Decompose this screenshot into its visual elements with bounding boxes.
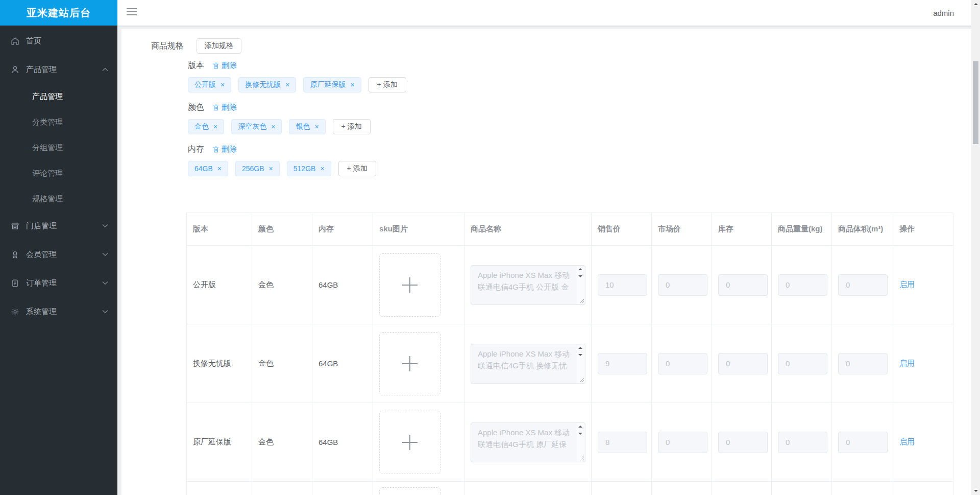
tag-label: 换修无忧版 — [245, 80, 281, 89]
column-header-color: 颜色 — [252, 213, 312, 246]
sidebar-item-order[interactable]: 订单管理 — [0, 269, 117, 297]
sidebar-item-product[interactable]: 产品管理 — [0, 55, 117, 84]
scroll-down-icon[interactable] — [578, 354, 582, 356]
weight-input[interactable] — [778, 274, 827, 296]
sale-price-input[interactable] — [598, 274, 647, 296]
sidebar-item-store[interactable]: 门店管理 — [0, 211, 117, 240]
stock-input[interactable] — [718, 274, 768, 296]
delete-spec-link[interactable]: 删除 — [212, 61, 237, 70]
scrollbar-up-icon[interactable] — [974, 3, 978, 5]
scrollbar-down-icon[interactable] — [974, 490, 978, 492]
add-tag-button[interactable]: + 添加 — [369, 77, 406, 92]
plus-icon — [402, 277, 418, 293]
sidebar-item-label: 系统管理 — [26, 307, 57, 317]
cell-action: 启用 — [893, 246, 953, 324]
spec-header: 商品规格 添加规格 — [151, 38, 241, 54]
spec-tag: 银色× — [289, 119, 325, 134]
textarea-scrollbar[interactable] — [577, 266, 584, 304]
stock-input[interactable] — [718, 353, 768, 374]
sku-image-upload[interactable] — [379, 253, 440, 317]
enable-link[interactable]: 启用 — [899, 437, 915, 447]
user-menu[interactable]: admin — [933, 0, 954, 26]
market-price-input[interactable] — [658, 353, 707, 374]
delete-label: 删除 — [222, 103, 237, 112]
spec-tag: 256GB× — [235, 161, 280, 176]
volume-input[interactable] — [838, 353, 888, 374]
page-scrollbar[interactable] — [971, 0, 980, 495]
scroll-up-icon[interactable] — [578, 426, 582, 428]
tag-close-icon[interactable]: × — [285, 81, 289, 88]
cell-sku-image — [373, 324, 464, 403]
add-tag-button[interactable]: + 添加 — [338, 161, 376, 176]
sidebar-item-product-manage[interactable]: 产品管理 — [0, 84, 117, 109]
cell-memory: 64GB — [312, 324, 373, 403]
cell-product-name: Apple iPhone XS Max 移动联通电信4G手机 原厂延保 — [464, 403, 592, 482]
cell-sku-image — [373, 246, 464, 324]
scroll-up-icon[interactable] — [578, 347, 582, 349]
delete-spec-link[interactable]: 删除 — [212, 145, 237, 154]
sidebar-item-member[interactable]: 会员管理 — [0, 240, 117, 269]
version-value: 公开版 — [193, 280, 216, 290]
sku-image-upload[interactable] — [379, 332, 440, 395]
weight-input[interactable] — [778, 353, 827, 374]
sale-price-input[interactable] — [598, 432, 647, 453]
tag-close-icon[interactable]: × — [314, 123, 318, 130]
product-name-textarea[interactable]: Apple iPhone XS Max 移动联通电信4G手机 原厂延保 — [471, 422, 585, 462]
textarea-scrollbar[interactable] — [577, 345, 584, 383]
scroll-down-icon[interactable] — [578, 433, 582, 435]
home-icon — [11, 37, 19, 45]
cell-color — [252, 482, 312, 495]
spec-group-name: 颜色 — [188, 102, 204, 113]
sidebar-item-group-manage[interactable]: 分组管理 — [0, 135, 117, 160]
add-tag-button[interactable]: + 添加 — [333, 119, 371, 134]
sku-image-upload[interactable] — [379, 411, 440, 474]
username: admin — [933, 9, 954, 17]
spec-tag: 公开版× — [188, 77, 231, 92]
sku-image-upload[interactable] — [379, 487, 440, 495]
product-name-textarea[interactable]: Apple iPhone XS Max 移动联通电信4G手机 换修无忧 — [471, 344, 585, 384]
volume-input[interactable] — [838, 274, 888, 296]
tag-close-icon[interactable]: × — [269, 165, 273, 172]
market-price-input[interactable] — [658, 432, 707, 453]
gear-icon — [11, 308, 19, 316]
product-name-textarea[interactable]: Apple iPhone XS Max 移动联通电信4G手机 公开版 金 — [471, 265, 585, 305]
cell-stock — [712, 324, 772, 403]
sidebar-item-spec-manage[interactable]: 规格管理 — [0, 186, 117, 211]
tag-close-icon[interactable]: × — [213, 123, 217, 130]
tag-close-icon[interactable]: × — [350, 81, 354, 88]
add-spec-button[interactable]: 添加规格 — [197, 38, 241, 54]
column-header-market-price: 市场价 — [652, 213, 712, 246]
stock-input[interactable] — [718, 432, 768, 453]
enable-link[interactable]: 启用 — [899, 359, 915, 368]
tag-close-icon[interactable]: × — [220, 81, 225, 88]
sidebar-item-comment-manage[interactable]: 评论管理 — [0, 160, 117, 186]
scroll-up-icon[interactable] — [578, 268, 582, 270]
scrollbar-thumb[interactable] — [973, 61, 978, 144]
hamburger-menu-icon[interactable] — [127, 8, 137, 17]
sku-table: 版本 颜色 内存 sku图片 商品名称 销售价 市场价 库存 商品重量(kg) … — [186, 213, 953, 495]
tag-close-icon[interactable]: × — [217, 165, 222, 172]
sidebar-item-system[interactable]: 系统管理 — [0, 297, 117, 326]
spec-section-title: 商品规格 — [151, 41, 184, 52]
sidebar-item-category-manage[interactable]: 分类管理 — [0, 109, 117, 135]
column-header-volume: 商品体积(m³) — [832, 213, 893, 246]
scroll-down-icon[interactable] — [578, 275, 582, 277]
spec-groups: 版本 删除 公开版× 换修无忧版× 原厂延保版× + 添加 颜色 删除 — [188, 60, 406, 185]
market-price-input[interactable] — [658, 274, 707, 296]
weight-input[interactable] — [778, 432, 827, 453]
delete-spec-link[interactable]: 删除 — [212, 103, 237, 112]
column-header-memory: 内存 — [312, 213, 373, 246]
cell-action — [893, 482, 953, 495]
textarea-scrollbar[interactable] — [577, 423, 584, 461]
sale-price-input[interactable] — [598, 353, 647, 374]
tag-close-icon[interactable]: × — [271, 123, 275, 130]
sidebar-item-home[interactable]: 首页 — [0, 27, 117, 55]
column-header-sale-price: 销售价 — [592, 213, 652, 246]
tag-label: 公开版 — [194, 80, 216, 89]
cell-memory: 64GB — [312, 403, 373, 482]
tag-close-icon[interactable]: × — [320, 165, 324, 172]
cell-sale-price — [592, 246, 652, 324]
enable-link[interactable]: 启用 — [899, 280, 915, 290]
volume-input[interactable] — [838, 432, 888, 453]
topbar: admin — [117, 0, 980, 26]
